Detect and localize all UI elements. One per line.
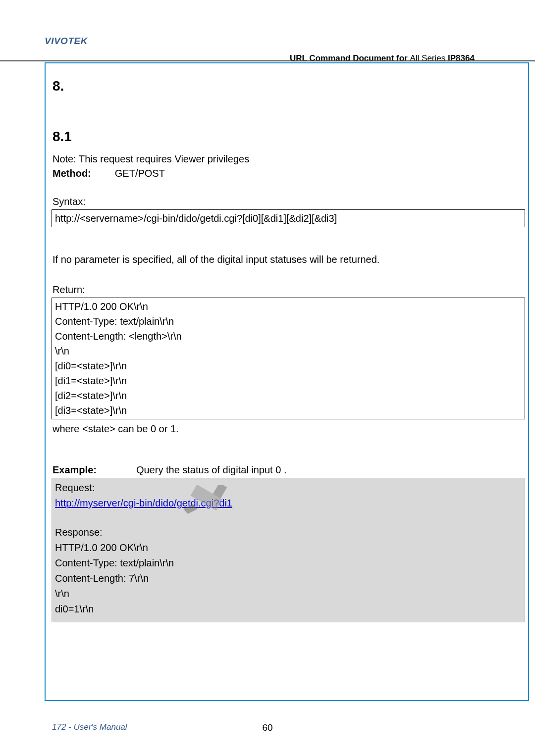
response-line: Content-Type: text/plain\r\n [55, 555, 522, 571]
return-line: \r\n [55, 344, 522, 358]
method-label: Method: [53, 168, 91, 179]
brand-label: VIVOTEK [45, 36, 88, 47]
response-label: Response: [55, 525, 522, 540]
content-frame: 8. 8.1 Note: This request requires Viewe… [45, 62, 529, 701]
return-line: HTTP/1.0 200 OK\r\n [55, 299, 522, 314]
syntax-box: http://<servername>/cgi-bin/dido/getdi.c… [52, 209, 525, 227]
where-line: where <state> can be 0 or 1. [53, 421, 522, 437]
return-line: Content-Type: text/plain\r\n [55, 314, 522, 329]
method-value: GET/POST [115, 168, 165, 179]
return-line: [di1=<state>]\r\n [55, 373, 522, 388]
header-line: URL Command Document for All Series IP83… [290, 53, 475, 63]
header-model: IP8364 [448, 53, 475, 63]
header-bold: URL Command Document for [290, 53, 410, 63]
header-rule [0, 60, 535, 61]
section-number-1: 8. [53, 78, 522, 94]
return-line: [di2=<state>]\r\n [55, 388, 522, 403]
method-row: Method: GET/POST [53, 168, 522, 179]
return-box: HTTP/1.0 200 OK\r\n Content-Type: text/p… [52, 298, 525, 419]
example-row: Example: Query the status of digital inp… [53, 464, 522, 476]
footer-page-number: 60 [0, 722, 535, 733]
return-line: [di0=<state>]\r\n [55, 358, 522, 373]
return-label: Return: [53, 282, 522, 298]
return-line: Content-Length: <length>\r\n [55, 329, 522, 344]
request-url-link[interactable]: http://myserver/cgi-bin/dido/getdi.cgi?d… [55, 498, 232, 508]
no-param-text: If no parameter is specified, all of the… [53, 252, 522, 267]
syntax-text: http://<servername>/cgi-bin/dido/getdi.c… [55, 213, 337, 224]
return-line: [di3=<state>]\r\n [55, 403, 522, 418]
syntax-label: Syntax: [53, 194, 522, 209]
request-label: Request: [55, 480, 522, 496]
example-block: Request: http://myserver/cgi-bin/dido/ge… [52, 478, 525, 622]
section-number-2: 8.1 [53, 129, 522, 145]
response-line: \r\n [55, 586, 522, 602]
page: VIVOTEK URL Command Document for All Ser… [0, 0, 535, 756]
response-line: HTTP/1.0 200 OK\r\n [55, 540, 522, 555]
example-text: Query the status of digital input 0 . [136, 464, 287, 476]
header-series: All Series [410, 53, 445, 63]
response-line: di0=1\r\n [55, 602, 522, 617]
response-line: Content-Length: 7\r\n [55, 571, 522, 586]
example-label: Example: [53, 464, 97, 476]
note-text: Note: This request requires Viewer privi… [53, 151, 522, 167]
